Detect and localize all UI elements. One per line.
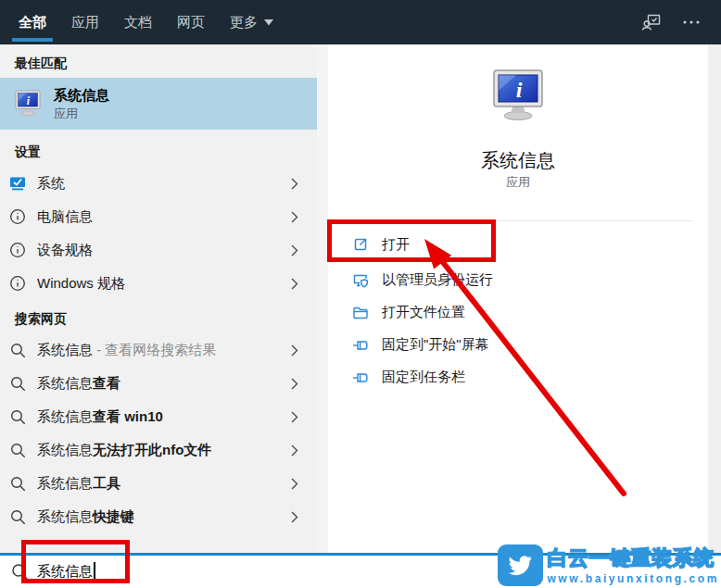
web-search-result[interactable]: 系统信息工具 xyxy=(0,467,317,500)
query-text: 系统信息 xyxy=(37,508,93,524)
pin-icon xyxy=(352,369,369,386)
chevron-right-icon xyxy=(291,344,298,357)
tab-apps-label: 应用 xyxy=(71,14,99,31)
system-settings-icon xyxy=(9,175,26,192)
best-match-subtitle: 应用 xyxy=(54,106,109,121)
action-pin-to-taskbar[interactable]: 固定到任务栏 xyxy=(328,361,708,394)
action-open[interactable]: 打开 xyxy=(328,225,708,264)
web-search-result[interactable]: 系统信息查看 xyxy=(0,367,317,400)
bird-logo-icon xyxy=(498,544,543,586)
search-input-value[interactable]: 系统信息 xyxy=(37,563,93,581)
folder-location-icon xyxy=(352,305,369,321)
preview-app-title: 系统信息 xyxy=(328,148,708,172)
context-actions: 打开 以管理员身份运行 xyxy=(328,221,708,394)
scrollbar-track[interactable] xyxy=(708,44,721,553)
settings-result-windows-spec[interactable]: Windows 规格 xyxy=(0,267,317,300)
web-search-result[interactable]: 系统信息快捷键 xyxy=(0,500,317,533)
settings-result-label: 设备规格 xyxy=(37,242,291,259)
action-label: 固定到"开始"屏幕 xyxy=(382,336,489,354)
preview-panel: i 系统信息 应用 打开 xyxy=(328,44,721,553)
query-text: 系统信息 xyxy=(37,408,93,424)
action-label: 打开 xyxy=(382,236,410,254)
tab-more-label: 更多 xyxy=(230,14,258,31)
launch-icon xyxy=(352,236,369,253)
search-icon xyxy=(11,563,29,581)
tab-web[interactable]: 网页 xyxy=(177,0,205,44)
settings-result-device-spec[interactable]: 设备规格 xyxy=(0,233,317,267)
settings-result-label: 电脑信息 xyxy=(37,208,291,226)
settings-result-label: 系统 xyxy=(37,175,291,193)
chevron-right-icon xyxy=(291,178,298,190)
tab-documents[interactable]: 文档 xyxy=(124,0,152,44)
search-icon xyxy=(9,342,26,358)
pin-icon xyxy=(352,337,369,354)
watermark-title: 白云一键重装系统 xyxy=(547,544,719,572)
action-open-file-location[interactable]: 打开文件位置 xyxy=(328,296,708,329)
run-as-admin-icon xyxy=(352,272,369,289)
settings-result-system[interactable]: 系统 xyxy=(0,167,317,200)
query-text: 系统信息 xyxy=(37,375,93,391)
tab-more[interactable]: 更多 xyxy=(230,0,273,44)
search-icon xyxy=(9,442,26,458)
watermark-url: www.baiyunxitong.com xyxy=(547,572,719,585)
tab-all[interactable]: 全部 xyxy=(19,0,46,44)
info-circle-icon xyxy=(9,242,26,258)
search-icon xyxy=(9,375,26,392)
query-text: 系统信息 xyxy=(37,475,93,491)
suggestion-suffix: 查看 xyxy=(93,375,120,391)
search-filter-bar: 全部 应用 文档 网页 更多 xyxy=(0,0,721,44)
suggestion-suffix: - 查看网络搜索结果 xyxy=(93,342,216,357)
preview-app-subtitle: 应用 xyxy=(328,174,708,189)
web-search-result[interactable]: 系统信息 - 查看网络搜索结果 xyxy=(0,333,317,367)
web-search-result[interactable]: 系统信息无法打开此nfo文件 xyxy=(0,433,317,467)
tab-web-label: 网页 xyxy=(177,14,205,31)
text-cursor xyxy=(94,562,95,582)
svg-text:i: i xyxy=(516,78,523,102)
action-label: 固定到任务栏 xyxy=(382,369,465,386)
query-text: 系统信息 xyxy=(37,442,93,457)
suggestion-suffix: 查看 win10 xyxy=(93,408,163,424)
info-circle-icon xyxy=(9,208,26,225)
settings-result-pc-info[interactable]: 电脑信息 xyxy=(0,200,317,233)
chevron-right-icon xyxy=(291,244,298,256)
search-icon xyxy=(9,408,26,425)
suggestion-suffix: 无法打开此nfo文件 xyxy=(93,442,211,457)
chevron-right-icon xyxy=(291,411,298,423)
web-search-result[interactable]: 系统信息查看 win10 xyxy=(0,400,317,433)
best-match-header: 最佳匹配 xyxy=(0,44,317,78)
action-pin-to-start[interactable]: 固定到"开始"屏幕 xyxy=(328,329,708,361)
action-run-as-admin[interactable]: 以管理员身份运行 xyxy=(328,264,708,296)
windows-search-flyout: 全部 应用 文档 网页 更多 xyxy=(0,0,721,588)
topbar-right-icons xyxy=(641,0,721,44)
system-info-app-icon: i xyxy=(13,89,43,119)
search-results-area: 最佳匹配 i xyxy=(0,44,721,553)
chevron-down-icon xyxy=(264,19,273,26)
chevron-right-icon xyxy=(291,511,298,523)
tab-documents-label: 文档 xyxy=(124,14,152,31)
search-icon xyxy=(9,475,26,492)
ellipsis-icon[interactable] xyxy=(682,19,701,25)
best-match-title: 系统信息 xyxy=(54,86,109,104)
feedback-icon[interactable] xyxy=(641,12,662,32)
chevron-right-icon xyxy=(291,278,298,290)
query-text: 系统信息 xyxy=(37,342,93,357)
suggestion-suffix: 工具 xyxy=(93,475,120,491)
chevron-right-icon xyxy=(291,478,298,490)
chevron-right-icon xyxy=(291,444,298,457)
action-label: 以管理员身份运行 xyxy=(382,271,493,289)
suggestion-suffix: 快捷键 xyxy=(93,508,134,524)
system-info-app-icon: i xyxy=(488,67,548,126)
best-match-result-system-info[interactable]: i 系统信息 应用 xyxy=(0,78,317,130)
search-icon xyxy=(9,508,26,525)
watermark: 白云一键重装系统 www.baiyunxitong.com xyxy=(498,544,719,586)
web-search-header: 搜索网页 xyxy=(0,300,317,333)
panel-divider xyxy=(317,44,328,553)
action-label: 打开文件位置 xyxy=(382,304,465,321)
results-panel: 最佳匹配 i xyxy=(0,44,317,553)
settings-result-label: Windows 规格 xyxy=(37,275,291,293)
tab-apps[interactable]: 应用 xyxy=(71,0,99,44)
chevron-right-icon xyxy=(291,378,298,390)
tab-all-label: 全部 xyxy=(19,14,46,31)
settings-header: 设置 xyxy=(0,130,317,167)
chevron-right-icon xyxy=(291,211,298,223)
